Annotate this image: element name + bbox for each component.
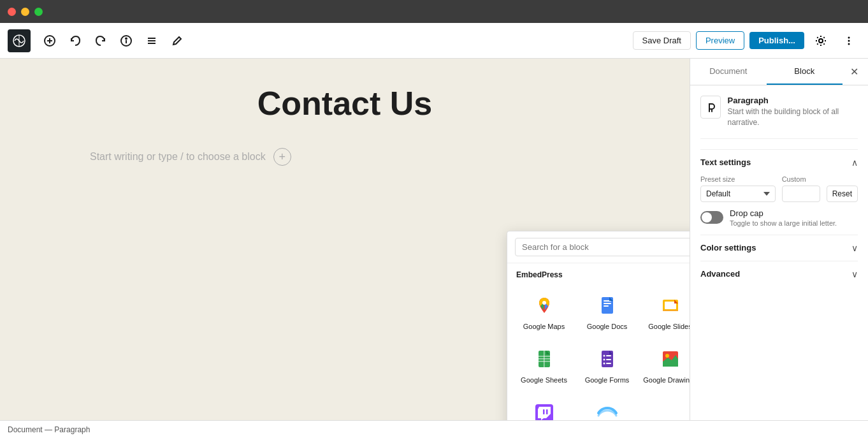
status-text: Document — Paragraph bbox=[8, 425, 90, 434]
block-name: Paragraph bbox=[727, 96, 858, 105]
block-picker: EmbedPress ∧ bbox=[507, 231, 690, 420]
google-forms-icon bbox=[595, 346, 620, 372]
block-item-label-google-slides: Google Slides bbox=[648, 322, 690, 331]
svg-rect-46 bbox=[546, 409, 548, 414]
block-item-google-sheets[interactable]: Google Sheets bbox=[514, 340, 574, 391]
text-settings-body: Preset size Default Custom Reset bbox=[700, 175, 858, 235]
block-desc: Start with the building block of all nar… bbox=[727, 106, 858, 128]
svg-rect-35 bbox=[606, 355, 611, 356]
traffic-light-yellow[interactable] bbox=[21, 8, 29, 16]
svg-point-7 bbox=[126, 38, 127, 39]
svg-point-42 bbox=[665, 354, 669, 358]
svg-point-12 bbox=[848, 36, 850, 38]
page-title: Contact Us bbox=[257, 84, 432, 122]
google-drawings-icon bbox=[658, 346, 683, 372]
block-info-text: Paragraph Start with the building block … bbox=[727, 96, 858, 128]
preset-col: Preset size Default bbox=[700, 175, 776, 202]
color-settings-header[interactable]: Color settings ∨ bbox=[700, 235, 858, 261]
block-item-google-slides[interactable]: Google Slides bbox=[640, 286, 690, 337]
content-area: Contact Us Start writing or type / to ch… bbox=[0, 59, 868, 420]
traffic-light-green[interactable] bbox=[34, 8, 43, 16]
block-item-google-forms[interactable]: Google Forms bbox=[577, 340, 637, 391]
tab-block[interactable]: Block bbox=[767, 59, 843, 85]
svg-rect-21 bbox=[604, 305, 609, 307]
svg-point-38 bbox=[603, 363, 605, 365]
text-settings-section: Text settings ∧ Preset size Default bbox=[700, 149, 858, 235]
svg-rect-20 bbox=[604, 303, 611, 304]
block-grid: Google Maps bbox=[507, 284, 690, 420]
toolbar-left bbox=[8, 29, 189, 52]
preview-button[interactable]: Preview bbox=[696, 31, 744, 50]
settings-button[interactable] bbox=[809, 29, 832, 52]
text-settings-chevron: ∧ bbox=[851, 157, 858, 168]
embedpress-section-header: EmbedPress ∧ bbox=[507, 263, 690, 284]
advanced-title: Advanced bbox=[700, 269, 740, 279]
custom-col: Custom bbox=[782, 175, 820, 202]
editor-area[interactable]: Contact Us Start writing or type / to ch… bbox=[0, 59, 690, 420]
block-item-wistia[interactable]: Wistia bbox=[577, 394, 637, 420]
color-settings-title: Color settings bbox=[700, 243, 756, 252]
custom-size-input[interactable] bbox=[782, 186, 820, 202]
traffic-light-red[interactable] bbox=[8, 8, 16, 16]
preset-custom-row: Preset size Default Custom Reset bbox=[700, 175, 858, 202]
block-item-label-google-maps: Google Maps bbox=[523, 322, 565, 331]
block-item-twitch[interactable]: Twitch bbox=[514, 394, 574, 420]
block-item-label-google-forms: Google Forms bbox=[585, 376, 630, 384]
editor-placeholder-row: Start writing or type / to choose a bloc… bbox=[90, 148, 600, 166]
block-search-input[interactable] bbox=[515, 238, 690, 256]
block-item-google-drawings[interactable]: Google Drawings bbox=[640, 340, 690, 391]
svg-rect-31 bbox=[544, 351, 545, 367]
wp-logo[interactable] bbox=[8, 29, 31, 52]
svg-point-13 bbox=[848, 40, 850, 41]
tab-document[interactable]: Document bbox=[690, 59, 767, 85]
editor-placeholder: Start writing or type / to choose a bloc… bbox=[90, 151, 266, 163]
svg-point-36 bbox=[603, 359, 605, 361]
save-draft-button[interactable]: Save Draft bbox=[633, 31, 691, 50]
block-item-google-maps[interactable]: Google Maps bbox=[514, 286, 574, 337]
block-item-label-google-drawings: Google Drawings bbox=[643, 376, 690, 384]
redo-button[interactable] bbox=[89, 29, 112, 52]
status-bar: Document — Paragraph bbox=[0, 420, 868, 438]
text-settings-title: Text settings bbox=[700, 157, 751, 167]
svg-point-14 bbox=[848, 43, 850, 45]
reset-button[interactable]: Reset bbox=[827, 186, 858, 202]
sidebar: Document Block ✕ Paragraph Start with t bbox=[690, 59, 868, 420]
block-item-google-docs[interactable]: Google Docs bbox=[577, 286, 637, 337]
google-slides-icon bbox=[658, 293, 683, 318]
embedpress-section-label: EmbedPress bbox=[516, 270, 563, 279]
preset-size-select[interactable]: Default bbox=[700, 186, 776, 202]
wistia-icon bbox=[595, 400, 620, 420]
sidebar-close-button[interactable]: ✕ bbox=[843, 61, 865, 84]
block-picker-body: EmbedPress ∧ bbox=[507, 263, 690, 420]
advanced-header[interactable]: Advanced ∨ bbox=[700, 261, 858, 287]
publish-button[interactable]: Publish... bbox=[749, 32, 804, 49]
text-settings-header[interactable]: Text settings ∧ bbox=[700, 150, 858, 175]
google-sheets-icon bbox=[532, 346, 557, 372]
edit-button[interactable] bbox=[166, 29, 189, 52]
list-view-button[interactable] bbox=[140, 29, 163, 52]
advanced-chevron: ∨ bbox=[851, 269, 858, 279]
block-item-label-google-sheets: Google Sheets bbox=[521, 376, 567, 384]
drop-cap-row: Drop cap Toggle to show a large initial … bbox=[700, 208, 858, 227]
toolbar: Save Draft Preview Publish... bbox=[0, 23, 868, 59]
google-docs-icon bbox=[595, 293, 620, 318]
info-button[interactable] bbox=[115, 29, 138, 52]
add-block-inline-button[interactable]: + bbox=[273, 148, 291, 166]
twitch-icon bbox=[532, 400, 557, 420]
drop-cap-toggle[interactable] bbox=[700, 211, 723, 224]
app-container: Save Draft Preview Publish... Contact bbox=[0, 23, 868, 438]
drop-cap-info: Drop cap Toggle to show a large initial … bbox=[730, 208, 837, 227]
advanced-section: Advanced ∨ bbox=[700, 261, 858, 287]
drop-cap-desc: Toggle to show a large initial letter. bbox=[730, 219, 837, 227]
svg-rect-25 bbox=[663, 310, 678, 311]
sidebar-content: Paragraph Start with the building block … bbox=[690, 85, 868, 420]
more-options-button[interactable] bbox=[837, 29, 860, 52]
svg-rect-45 bbox=[543, 409, 545, 414]
add-block-button[interactable] bbox=[38, 29, 61, 52]
undo-button[interactable] bbox=[64, 29, 87, 52]
drop-cap-label: Drop cap bbox=[730, 208, 837, 218]
custom-label: Custom bbox=[782, 175, 820, 183]
block-picker-search-area bbox=[507, 231, 690, 263]
toolbar-right: Save Draft Preview Publish... bbox=[633, 29, 860, 52]
block-item-label-google-docs: Google Docs bbox=[587, 322, 628, 331]
